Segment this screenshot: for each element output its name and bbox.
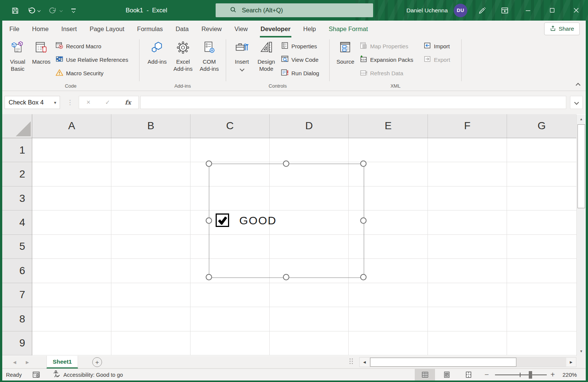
selection-rectangle[interactable] bbox=[209, 164, 364, 278]
ribbon-display-options-icon[interactable] bbox=[494, 0, 516, 21]
column-header-f[interactable]: F bbox=[428, 114, 507, 138]
collapse-ribbon-icon[interactable] bbox=[576, 83, 580, 88]
scroll-right-icon[interactable]: ▶ bbox=[566, 358, 576, 367]
zoom-in-icon[interactable]: + bbox=[550, 369, 555, 381]
redo-dropdown-icon[interactable] bbox=[60, 5, 62, 16]
name-box-dropdown-icon[interactable]: ▾ bbox=[54, 100, 56, 105]
scroll-down-icon[interactable]: ▼ bbox=[577, 347, 586, 356]
view-code-button[interactable]: View Code bbox=[281, 55, 318, 64]
undo-icon[interactable] bbox=[27, 5, 35, 16]
normal-view-button[interactable] bbox=[415, 369, 435, 381]
tab-scrollbar-splitter[interactable] bbox=[350, 358, 354, 364]
new-sheet-button[interactable]: + bbox=[92, 357, 102, 367]
cancel-icon[interactable]: × bbox=[87, 98, 91, 106]
ink-pen-icon[interactable] bbox=[471, 0, 494, 21]
com-addins-button[interactable]: COM Add-ins bbox=[197, 40, 221, 72]
row-header-1[interactable]: 1 bbox=[2, 138, 32, 162]
tab-file[interactable]: File bbox=[3, 21, 26, 37]
macro-security-button[interactable]: Macro Security bbox=[56, 68, 104, 78]
resize-handle-bottom-middle[interactable] bbox=[283, 274, 290, 281]
row-header-5[interactable]: 5 bbox=[2, 235, 32, 259]
row-header-7[interactable]: 7 bbox=[2, 283, 32, 307]
excel-addins-button[interactable]: Excel Add-ins bbox=[171, 40, 195, 72]
tab-help[interactable]: Help bbox=[297, 21, 322, 37]
row-header-3[interactable]: 3 bbox=[2, 187, 32, 210]
row-header-8[interactable]: 8 bbox=[2, 307, 32, 331]
column-header-e[interactable]: E bbox=[349, 114, 428, 138]
tab-shape-format[interactable]: Shape Format bbox=[322, 21, 375, 37]
avatar[interactable]: DU bbox=[454, 4, 467, 17]
row-header-6[interactable]: 6 bbox=[2, 259, 32, 283]
column-header-b[interactable]: B bbox=[111, 114, 190, 138]
row-header-9[interactable]: 9 bbox=[2, 331, 32, 355]
source-button[interactable]: Source bbox=[335, 40, 356, 65]
select-all-corner[interactable] bbox=[2, 114, 32, 138]
tab-view[interactable]: View bbox=[228, 21, 254, 37]
resize-handle-top-right[interactable] bbox=[360, 161, 367, 167]
expansion-packs-button[interactable]: <o> Expansion Packs bbox=[360, 55, 413, 64]
save-icon[interactable] bbox=[11, 5, 19, 16]
design-mode-button[interactable]: Design Mode bbox=[255, 40, 278, 72]
vertical-scrollbar-thumb[interactable] bbox=[578, 124, 585, 208]
insert-control-button[interactable]: Insert bbox=[231, 40, 252, 71]
resize-handle-top-middle[interactable] bbox=[283, 161, 290, 167]
zoom-out-icon[interactable]: − bbox=[484, 369, 489, 381]
share-button[interactable]: Share bbox=[544, 22, 580, 35]
visual-basic-button[interactable]: Visual Basic bbox=[7, 40, 28, 72]
run-dialog-button[interactable]: Run Dialog bbox=[281, 68, 319, 78]
insert-function-icon[interactable]: fx bbox=[125, 99, 131, 106]
close-button[interactable] bbox=[564, 0, 588, 21]
tab-formulas[interactable]: Formulas bbox=[131, 21, 170, 37]
search-input[interactable]: Search (Alt+Q) bbox=[216, 3, 373, 17]
tab-insert[interactable]: Insert bbox=[55, 21, 83, 37]
page-layout-view-button[interactable] bbox=[436, 369, 457, 381]
column-header-c[interactable]: C bbox=[190, 114, 270, 138]
scroll-left-icon[interactable]: ◀ bbox=[360, 358, 369, 367]
name-box[interactable]: Check Box 4 ▾ bbox=[4, 96, 60, 109]
zoom-slider-thumb[interactable] bbox=[529, 371, 532, 379]
row-header-4[interactable]: 4 bbox=[2, 210, 32, 234]
zoom-level[interactable]: 220% bbox=[562, 369, 577, 381]
redo-icon[interactable] bbox=[49, 5, 57, 16]
macro-recording-icon[interactable] bbox=[32, 369, 40, 381]
vertical-scrollbar[interactable]: ▲ ▼ bbox=[576, 115, 586, 356]
column-header-d[interactable]: D bbox=[270, 114, 349, 138]
minimize-button[interactable] bbox=[516, 0, 540, 21]
accessibility-status[interactable]: Accessibility: Good to go bbox=[52, 369, 123, 381]
user-name[interactable]: Daniel Uchenna bbox=[406, 7, 448, 14]
tab-page-layout[interactable]: Page Layout bbox=[83, 21, 131, 37]
next-sheet-icon[interactable]: ▶ bbox=[22, 356, 33, 369]
resize-handle-middle-left[interactable] bbox=[206, 218, 212, 224]
resize-handle-top-left[interactable] bbox=[206, 161, 212, 167]
maximize-button[interactable] bbox=[540, 0, 564, 21]
row-header-2[interactable]: 2 bbox=[2, 162, 32, 186]
resize-handle-bottom-left[interactable] bbox=[206, 274, 212, 281]
column-header-g[interactable]: G bbox=[507, 114, 576, 138]
macros-button[interactable]: Macros bbox=[31, 40, 52, 65]
use-relative-references-button[interactable]: Use Relative References bbox=[56, 55, 128, 64]
resize-handle-middle-right[interactable] bbox=[360, 218, 367, 224]
undo-dropdown-icon[interactable] bbox=[38, 5, 40, 16]
scroll-up-icon[interactable]: ▲ bbox=[577, 115, 586, 124]
horizontal-scrollbar-thumb[interactable] bbox=[370, 358, 516, 367]
properties-button[interactable]: Properties bbox=[281, 41, 317, 51]
zoom-slider-track[interactable] bbox=[495, 375, 547, 375]
sheet-tab-sheet1[interactable]: Sheet1 bbox=[46, 356, 78, 369]
record-macro-button[interactable]: Record Macro bbox=[56, 41, 101, 51]
addins-button[interactable]: Add-ins bbox=[146, 40, 168, 65]
expand-formula-bar-button[interactable] bbox=[570, 96, 583, 109]
customize-quick-access-toolbar-icon[interactable] bbox=[71, 5, 76, 16]
import-button[interactable]: Import bbox=[423, 41, 450, 51]
previous-sheet-icon[interactable]: ◀ bbox=[9, 356, 20, 369]
page-break-preview-button[interactable] bbox=[458, 369, 478, 381]
checkbox-control[interactable] bbox=[216, 213, 229, 227]
tab-developer[interactable]: Developer bbox=[254, 21, 297, 37]
enter-icon[interactable]: ✓ bbox=[105, 99, 110, 106]
column-header-a[interactable]: A bbox=[32, 114, 111, 138]
formula-input[interactable] bbox=[140, 96, 566, 109]
tab-review[interactable]: Review bbox=[195, 21, 228, 37]
tab-data[interactable]: Data bbox=[169, 21, 195, 37]
resize-handle-bottom-right[interactable] bbox=[360, 274, 367, 281]
tab-home[interactable]: Home bbox=[26, 21, 55, 37]
horizontal-scrollbar[interactable]: ◀ ▶ bbox=[359, 357, 576, 367]
